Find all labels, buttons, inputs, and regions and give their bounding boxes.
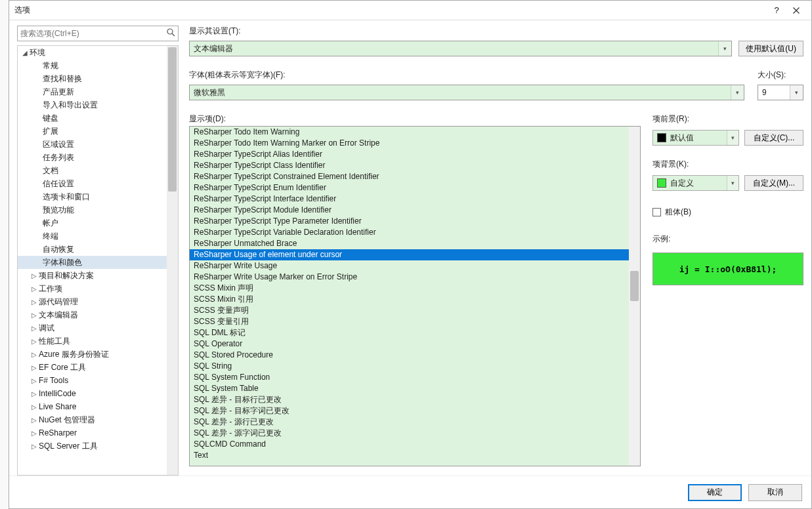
close-button[interactable] [786, 1, 806, 20]
search-input[interactable] [20, 29, 167, 38]
list-item[interactable]: SQL System Table [190, 383, 629, 394]
help-button[interactable]: ? [767, 1, 786, 20]
tree-item[interactable]: ▷ReSharper [18, 426, 167, 439]
right-pane: 显示其设置(T): 文本编辑器 ▾ 使用默认值(U) 字体(粗体表示等宽字体)(… [189, 26, 803, 476]
show-settings-for-label: 显示其设置(T): [189, 26, 803, 37]
tree-item[interactable]: ▷EF Core 工具 [18, 361, 167, 374]
tree-scrollbar[interactable] [167, 46, 178, 475]
list-item[interactable]: ReSharper TypeScript Constrained Element… [190, 171, 629, 182]
bold-checkbox-box[interactable] [652, 208, 661, 216]
tree-item[interactable]: ▷NuGet 包管理器 [18, 413, 167, 426]
item-foreground-select[interactable]: 默认值 ▾ [652, 130, 739, 146]
tree-item[interactable]: 扩展 [18, 125, 167, 138]
ok-button[interactable]: 确定 [688, 484, 742, 501]
tree-scroll-thumb[interactable] [168, 47, 177, 192]
display-items-label: 显示项(D): [189, 113, 641, 125]
tree-item[interactable]: 自动恢复 [18, 243, 167, 256]
list-scrollbar[interactable] [629, 127, 640, 466]
tree-item[interactable]: ▷项目和解决方案 [18, 269, 167, 282]
close-icon [793, 7, 800, 14]
tree-item[interactable]: 帐户 [18, 216, 167, 230]
size-select[interactable]: 9 ▾ [758, 85, 803, 100]
tree-item[interactable]: 导入和导出设置 [18, 98, 167, 112]
tree-item[interactable]: 文档 [18, 164, 167, 177]
background-custom-button[interactable]: 自定义(M)... [744, 175, 803, 191]
font-select[interactable]: 微软雅黑 ▾ [189, 85, 744, 100]
tree-inner[interactable]: ◢环境常规查找和替换产品更新导入和导出设置键盘扩展区域设置任务列表文档信任设置选… [18, 46, 167, 475]
tree-item[interactable]: ▷Azure 服务身份验证 [18, 348, 167, 361]
dialog-body: ◢环境常规查找和替换产品更新导入和导出设置键盘扩展区域设置任务列表文档信任设置选… [9, 20, 811, 476]
svg-line-3 [172, 33, 175, 36]
tree-item[interactable]: ▷F# Tools [18, 374, 167, 387]
foreground-custom-button[interactable]: 自定义(C)... [744, 130, 803, 146]
list-item[interactable]: ReSharper TypeScript Interface Identifie… [190, 193, 629, 205]
list-item[interactable]: SCSS 变量声明 [190, 305, 629, 316]
list-item[interactable]: SQL 差异 - 源行已更改 [190, 417, 629, 428]
tree-item[interactable]: ▷性能工具 [18, 335, 167, 348]
list-item[interactable]: Text [190, 450, 629, 461]
item-background-select[interactable]: 自定义 ▾ [652, 175, 739, 191]
svg-point-2 [167, 29, 173, 34]
font-value: 微软雅黑 [194, 87, 225, 98]
tree-item[interactable]: ▷调试 [18, 321, 167, 335]
bold-checkbox[interactable]: 粗体(B) [652, 207, 803, 218]
chevron-down-icon: ▾ [790, 85, 803, 100]
list-item[interactable]: SQL 差异 - 源字词已更改 [190, 428, 629, 439]
list-item[interactable]: ReSharper Unmatched Brace [190, 238, 629, 249]
background-swatch [657, 178, 666, 188]
list-item[interactable]: ReSharper Usage of element under cursor [190, 249, 629, 260]
tree-item[interactable]: 常规 [18, 59, 167, 72]
list-item[interactable]: SCSS Mixin 引用 [190, 294, 629, 305]
list-item[interactable]: ReSharper TypeScript Type Parameter Iden… [190, 216, 629, 227]
list-item[interactable]: ReSharper TypeScript Module Identifier [190, 205, 629, 216]
mid-columns: 显示项(D): ReSharper Todo Item WarningReSha… [189, 113, 803, 466]
tree-item[interactable]: 终端 [18, 230, 167, 243]
list-item[interactable]: SQL DML 标记 [190, 327, 629, 338]
chevron-down-icon: ▾ [731, 85, 744, 100]
tree-item[interactable]: ▷Live Share [18, 400, 167, 413]
list-item[interactable]: ReSharper Todo Item Warning [190, 127, 629, 138]
tree-item[interactable]: ▷源代码管理 [18, 295, 167, 308]
cancel-button[interactable]: 取消 [748, 484, 802, 501]
list-item[interactable]: SQL 差异 - 目标行已更改 [190, 394, 629, 405]
list-item[interactable]: SQL 差异 - 目标字词已更改 [190, 405, 629, 417]
tree-item[interactable]: 任务列表 [18, 151, 167, 164]
list-item[interactable]: SQL System Function [190, 372, 629, 383]
list-item[interactable]: ReSharper Write Usage Marker on Error St… [190, 272, 629, 283]
list-item[interactable]: SQL Stored Procedure [190, 350, 629, 361]
list-item[interactable]: ReSharper Write Usage [190, 260, 629, 272]
list-item[interactable]: SQLCMD Command [190, 439, 629, 450]
left-pane: ◢环境常规查找和替换产品更新导入和导出设置键盘扩展区域设置任务列表文档信任设置选… [17, 26, 179, 476]
list-scroll-thumb[interactable] [630, 271, 639, 301]
tree-item[interactable]: 信任设置 [18, 177, 167, 190]
list-item[interactable]: ReSharper TypeScript Alias Identifier [190, 149, 629, 160]
tree-item[interactable]: ▷SQL Server 工具 [18, 439, 167, 453]
list-item[interactable]: SCSS Mixin 声明 [190, 283, 629, 294]
foreground-value: 默认值 [670, 132, 694, 144]
tree-item-root[interactable]: ◢环境 [18, 46, 167, 59]
item-background-label: 项背景(K): [652, 159, 803, 170]
tree-item[interactable]: ▷工作项 [18, 282, 167, 295]
tree-item[interactable]: 产品更新 [18, 85, 167, 98]
tree-item[interactable]: ▷文本编辑器 [18, 308, 167, 321]
list-item[interactable]: SCSS 变量引用 [190, 316, 629, 327]
list-item[interactable]: ReSharper TypeScript Variable Declaratio… [190, 227, 629, 238]
list-item[interactable]: SQL Operator [190, 338, 629, 350]
tree-item[interactable]: 键盘 [18, 112, 167, 125]
tree-item[interactable]: 字体和颜色 [18, 256, 167, 269]
list-item[interactable]: ReSharper TypeScript Class Identifier [190, 160, 629, 171]
display-items-list[interactable]: ReSharper Todo Item WarningReSharper Tod… [189, 126, 641, 466]
tree-item[interactable]: 预览功能 [18, 203, 167, 216]
tree-item[interactable]: 查找和替换 [18, 72, 167, 85]
tree-item[interactable]: 选项卡和窗口 [18, 190, 167, 203]
tree-item[interactable]: ▷IntelliCode [18, 387, 167, 400]
list-item[interactable]: ReSharper Todo Item Warning Marker on Er… [190, 138, 629, 149]
list-item[interactable]: ReSharper TypeScript Enum Identifier [190, 182, 629, 193]
tree-item[interactable]: 区域设置 [18, 138, 167, 151]
list-item[interactable]: SQL String [190, 361, 629, 372]
bold-label: 粗体(B) [665, 207, 691, 218]
show-settings-for-select[interactable]: 文本编辑器 ▾ [189, 41, 732, 56]
use-defaults-button[interactable]: 使用默认值(U) [738, 41, 803, 56]
window-title: 选项 [14, 5, 30, 16]
search-options-box[interactable] [17, 26, 179, 41]
